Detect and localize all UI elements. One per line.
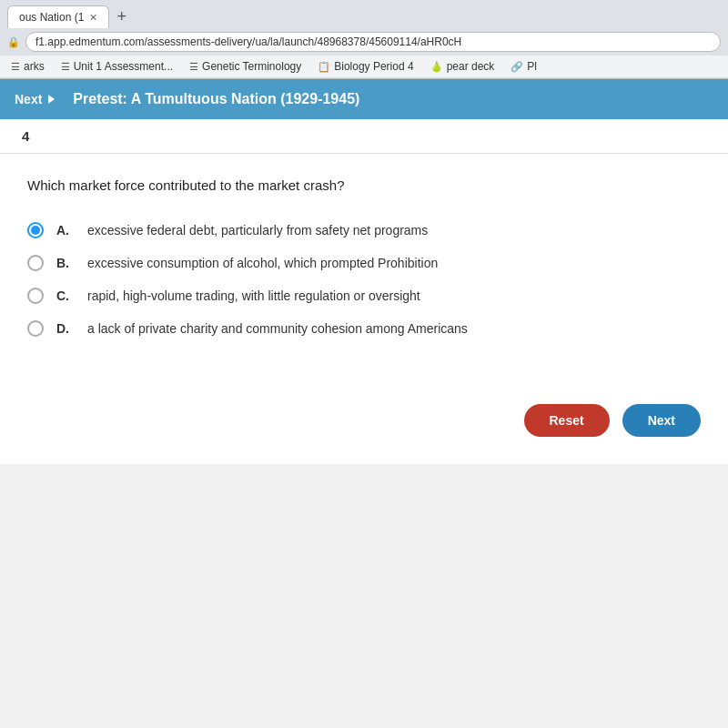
active-tab[interactable]: ous Nation (1 ✕ [7, 5, 109, 28]
toolbar-next-label: Next [15, 92, 42, 106]
question-body: Which market force contributed to the ma… [0, 154, 728, 395]
bookmark-genetic-icon: ☰ [189, 61, 198, 73]
address-bar: 🔒 f1.app.edmentum.com/assessments-delive… [0, 28, 728, 56]
app-toolbar: Next Pretest: A Tumultuous Nation (1929-… [0, 79, 728, 119]
bookmark-pl-icon: 🔗 [511, 61, 523, 73]
address-input[interactable]: f1.app.edmentum.com/assessments-delivery… [25, 32, 721, 52]
lock-icon: 🔒 [7, 36, 20, 48]
address-text: f1.app.edmentum.com/assessments-delivery… [35, 35, 461, 48]
bookmark-biology-label: Biology Period 4 [334, 60, 413, 73]
toolbar-next-button[interactable]: Next [15, 92, 55, 106]
radio-d[interactable] [27, 320, 44, 337]
bookmark-unit1[interactable]: ☰ Unit 1 Assessment... [57, 58, 177, 75]
bookmark-unit1-icon: ☰ [61, 61, 70, 73]
reset-button[interactable]: Reset [524, 404, 610, 437]
options-list: A. excessive federal debt, particularly … [27, 222, 701, 337]
question-text: Which market force contributed to the ma… [27, 176, 701, 197]
radio-c[interactable] [27, 288, 44, 304]
radio-a-inner [31, 226, 40, 235]
bookmark-arks-icon: ☰ [11, 61, 20, 73]
option-d-text: a lack of private charity and community … [87, 321, 468, 336]
option-b-label: B. [56, 256, 75, 270]
browser-chrome: ous Nation (1 ✕ + 🔒 f1.app.edmentum.com/… [0, 0, 728, 79]
question-number-bar: 4 [0, 119, 728, 154]
bookmark-pear[interactable]: 🍐 pear deck [427, 58, 499, 75]
bookmark-pl[interactable]: 🔗 Pl [507, 58, 541, 75]
option-b-text: excessive consumption of alcohol, which … [87, 256, 438, 270]
option-b[interactable]: B. excessive consumption of alcohol, whi… [27, 255, 701, 271]
buttons-row: Reset Next [0, 395, 728, 464]
option-d[interactable]: D. a lack of private charity and communi… [27, 320, 701, 337]
bookmark-arks[interactable]: ☰ arks [7, 58, 48, 75]
bookmarks-bar: ☰ arks ☰ Unit 1 Assessment... ☰ Genetic … [0, 56, 728, 78]
next-chevron-icon [48, 95, 55, 104]
tab-bar: ous Nation (1 ✕ + [0, 0, 728, 28]
bookmark-pl-label: Pl [527, 60, 537, 73]
bookmark-genetic[interactable]: ☰ Genetic Terminology [186, 58, 305, 75]
radio-b[interactable] [27, 255, 44, 271]
bookmark-unit1-label: Unit 1 Assessment... [74, 60, 173, 73]
option-d-label: D. [56, 321, 75, 336]
bookmark-biology[interactable]: 📋 Biology Period 4 [314, 58, 417, 75]
option-c-label: C. [56, 288, 75, 303]
question-number: 4 [22, 128, 29, 144]
option-c-text: rapid, high-volume trading, with little … [87, 288, 420, 303]
bookmark-biology-icon: 📋 [318, 61, 330, 73]
main-content: 4 Which market force contributed to the … [0, 119, 728, 464]
toolbar-title: Pretest: A Tumultuous Nation (1929-1945) [73, 91, 359, 107]
option-a-text: excessive federal debt, particularly fro… [87, 223, 428, 238]
bookmark-pear-label: pear deck [447, 60, 495, 73]
bookmark-genetic-label: Genetic Terminology [202, 60, 301, 73]
radio-a[interactable] [27, 222, 44, 238]
tab-label: ous Nation (1 [19, 11, 84, 24]
bookmark-pear-icon: 🍐 [430, 61, 443, 73]
option-c[interactable]: C. rapid, high-volume trading, with litt… [27, 288, 701, 304]
option-a-label: A. [56, 223, 75, 238]
new-tab-button[interactable]: + [109, 5, 134, 28]
option-a[interactable]: A. excessive federal debt, particularly … [27, 222, 701, 238]
next-button[interactable]: Next [622, 404, 701, 437]
bookmark-arks-label: arks [24, 60, 45, 73]
tab-close-icon[interactable]: ✕ [89, 12, 97, 24]
